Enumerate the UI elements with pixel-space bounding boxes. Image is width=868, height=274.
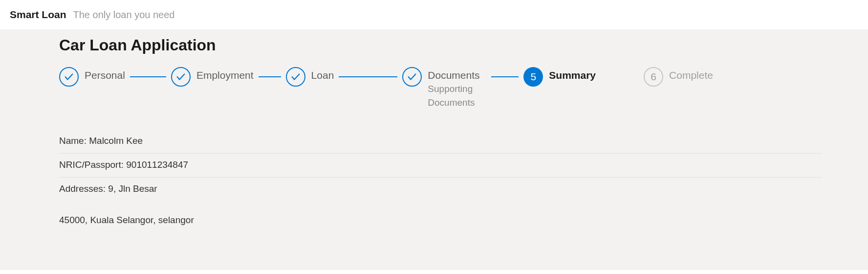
step-connector	[259, 76, 281, 77]
summary-row-address: Addresses: 9, Jln Besar	[59, 178, 822, 201]
progress-stepper: Personal Employment Loan	[59, 67, 822, 109]
step-sublabel: Supporting Documents	[428, 82, 486, 109]
summary-list: Name: Malcolm Kee NRIC/Passport: 9010112…	[59, 130, 822, 232]
spacer	[59, 201, 822, 215]
summary-row-nric: NRIC/Passport: 901011234847	[59, 154, 822, 178]
content-area: Car Loan Application Personal Employment	[0, 29, 868, 270]
app-tagline: The only loan you need	[73, 9, 175, 21]
check-icon	[171, 67, 191, 87]
step-connector	[339, 76, 397, 77]
step-label: Loan	[311, 69, 334, 81]
check-icon	[59, 67, 79, 87]
step-personal[interactable]: Personal	[59, 67, 125, 87]
step-loan[interactable]: Loan	[286, 67, 334, 87]
step-label: Personal	[85, 69, 125, 81]
step-connector	[491, 76, 519, 77]
step-number-icon: 6	[644, 67, 663, 87]
app-logo: Smart Loan	[10, 9, 66, 21]
summary-row-address-line2: 45000, Kuala Selangor, selangor	[59, 215, 822, 232]
app-header: Smart Loan The only loan you need	[0, 0, 868, 29]
step-label: Employment	[196, 69, 254, 81]
check-icon	[402, 67, 422, 87]
step-complete: 6 Complete	[644, 67, 713, 87]
summary-row-name: Name: Malcolm Kee	[59, 130, 822, 154]
check-icon	[286, 67, 305, 87]
step-label: Summary	[549, 69, 596, 81]
step-documents[interactable]: Documents Supporting Documents	[402, 67, 486, 109]
page-title: Car Loan Application	[59, 36, 822, 54]
step-label: Complete	[669, 69, 713, 81]
step-number-icon: 5	[523, 67, 543, 87]
step-summary[interactable]: 5 Summary	[523, 67, 596, 87]
step-employment[interactable]: Employment	[171, 67, 254, 87]
step-connector	[130, 76, 166, 77]
step-label: Documents	[428, 69, 486, 81]
